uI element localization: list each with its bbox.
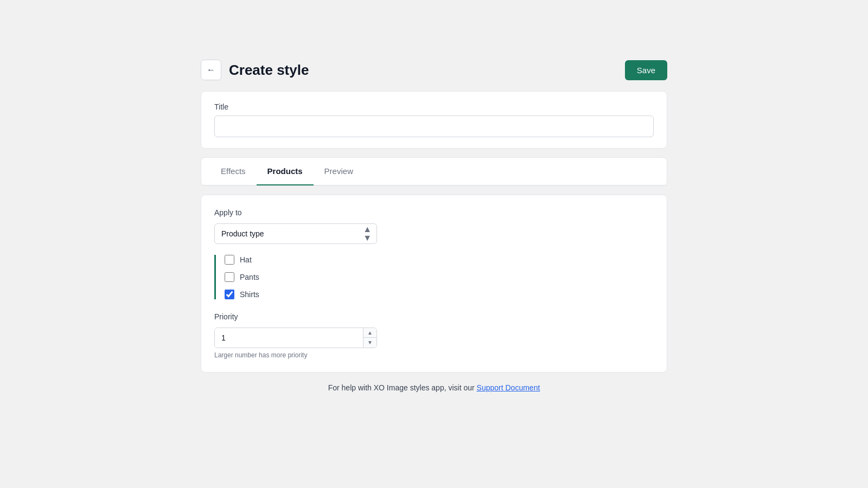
back-button[interactable]: ← <box>201 60 221 80</box>
footer: For help with XO Image styles app, visit… <box>201 383 667 392</box>
title-input[interactable] <box>214 115 654 137</box>
apply-to-label: Apply to <box>214 208 654 217</box>
content-area: ← Create style Save Title Effects Produc… <box>201 60 667 392</box>
tabs-header: Effects Products Preview <box>201 158 667 185</box>
priority-up-button[interactable]: ▲ <box>363 328 376 338</box>
page-title: Create style <box>229 62 309 79</box>
priority-hint: Larger number has more priority <box>214 351 377 359</box>
checkbox-hat-label[interactable]: Hat <box>240 255 252 264</box>
tab-effects[interactable]: Effects <box>210 158 257 185</box>
title-card: Title <box>201 91 667 149</box>
support-link[interactable]: Support Document <box>477 383 540 392</box>
apply-to-select-wrapper: Product type ▲ ▼ <box>214 223 377 244</box>
checkbox-pants[interactable] <box>225 272 234 282</box>
header-left: ← Create style <box>201 60 309 80</box>
checkbox-shirts[interactable] <box>225 290 234 299</box>
main-card: Apply to Product type ▲ ▼ Hat Pant <box>201 195 667 373</box>
priority-input[interactable] <box>215 328 363 348</box>
priority-label: Priority <box>214 312 654 321</box>
tab-products[interactable]: Products <box>257 158 314 185</box>
priority-spinners: ▲ ▼ <box>363 328 376 348</box>
save-button[interactable]: Save <box>625 60 667 80</box>
checkbox-item-shirts: Shirts <box>225 290 654 299</box>
checkbox-pants-label[interactable]: Pants <box>240 273 259 281</box>
tabs-card: Effects Products Preview <box>201 157 667 186</box>
back-arrow-icon: ← <box>207 65 215 75</box>
priority-down-button[interactable]: ▼ <box>363 338 376 348</box>
apply-to-select[interactable]: Product type <box>214 223 377 244</box>
checkbox-hat[interactable] <box>225 255 234 265</box>
checkbox-shirts-label[interactable]: Shirts <box>240 290 259 299</box>
page-wrapper: ← Create style Save Title Effects Produc… <box>0 0 868 392</box>
priority-input-row: ▲ ▼ <box>214 328 377 348</box>
footer-text: For help with XO Image styles app, visit… <box>328 383 477 392</box>
tab-preview[interactable]: Preview <box>314 158 364 185</box>
title-label: Title <box>214 102 654 111</box>
checkbox-list: Hat Pants Shirts <box>214 255 654 299</box>
checkbox-item-hat: Hat <box>225 255 654 265</box>
priority-wrapper: ▲ ▼ Larger number has more priority <box>214 328 377 359</box>
header-row: ← Create style Save <box>201 60 667 80</box>
checkbox-item-pants: Pants <box>225 272 654 282</box>
